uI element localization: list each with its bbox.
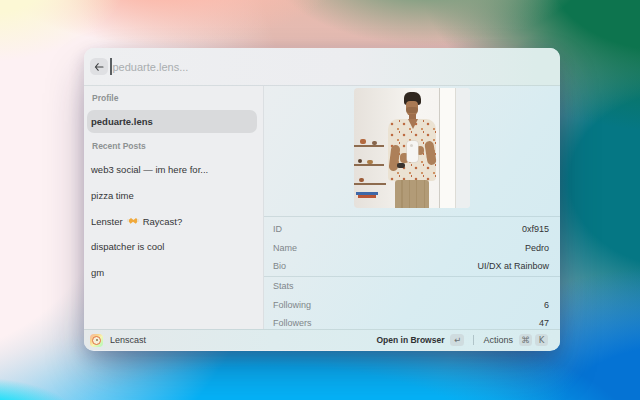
field-value: Pedro <box>525 243 549 253</box>
stats-header: Stats <box>273 281 294 291</box>
app-name: Lenscast <box>110 335 146 345</box>
photo-door-right <box>455 88 470 208</box>
photo-shelf-pot-5 <box>359 178 364 182</box>
back-button[interactable] <box>90 58 108 75</box>
back-arrow-icon <box>94 63 104 71</box>
profile-photo <box>354 88 470 208</box>
command-key-icon: ⌘ <box>519 334 532 346</box>
footer-actions: Open in Browser ↵ Actions ⌘ K <box>376 334 548 347</box>
sidebar-item-label: Lenster <box>91 216 123 227</box>
photo-face-shade <box>406 107 418 113</box>
field-row-bio: Bio UI/DX at Rainbow <box>264 257 560 275</box>
photo-book-red <box>358 195 376 198</box>
stats-row-followers: Followers 47 <box>264 314 560 329</box>
search-input[interactable]: peduarte.lens... <box>110 48 550 85</box>
field-row-name: Name Pedro <box>264 238 560 256</box>
metadata-section: ID 0xf915 Name Pedro Bio UI/DX at Rainbo… <box>264 216 560 329</box>
sidebar-item-web3-social[interactable]: web3 social — im here for... <box>87 157 257 183</box>
app-identity: Lenscast <box>90 334 146 347</box>
field-value: UI/DX at Rainbow <box>477 261 549 271</box>
photo-shelf-1 <box>354 145 384 147</box>
field-label: Following <box>273 300 311 310</box>
photo-shelf-pot-1 <box>360 139 366 144</box>
open-in-browser-button[interactable]: Open in Browser ↵ <box>376 334 464 347</box>
detail-panel: ID 0xf915 Name Pedro Bio UI/DX at Rainbo… <box>264 86 560 329</box>
photo-shelf-pot-2 <box>372 141 377 145</box>
lenscast-logo-dot <box>96 339 98 341</box>
photo-shelf-pot-4 <box>367 160 373 164</box>
text-cursor <box>110 58 112 75</box>
section-header-recent-posts: Recent Posts <box>87 139 257 153</box>
launcher-window: peduarte.lens... Profile peduarte.lens R… <box>84 48 560 351</box>
return-key-icon: ↵ <box>450 334 464 347</box>
field-label: Name <box>273 243 297 253</box>
photo-watch <box>397 163 405 168</box>
sidebar-item-dispatcher-is-cool[interactable]: dispatcher is cool <box>87 234 257 260</box>
field-label: Bio <box>273 261 286 271</box>
sidebar-item-lenster-raycast[interactable]: Lenster Raycast? <box>87 208 257 234</box>
sidebar-item-label: pizza time <box>91 190 134 201</box>
field-label: Followers <box>273 318 312 328</box>
desktop: { "search": { "query": "peduarte.lens...… <box>0 0 640 400</box>
results-sidebar: Profile peduarte.lens Recent Posts web3 … <box>84 86 264 329</box>
footer-separator <box>473 335 474 345</box>
sidebar-item-gm[interactable]: gm <box>87 260 257 286</box>
sidebar-item-label: Raycast? <box>143 216 183 227</box>
photo-shelf-3 <box>354 183 386 185</box>
sidebar-item-peduarte-lens[interactable]: peduarte.lens <box>87 110 257 133</box>
actions-label: Actions <box>483 335 513 345</box>
search-header: peduarte.lens... <box>84 48 560 86</box>
field-label: ID <box>273 224 282 234</box>
photo-shelf-pot-3 <box>358 159 362 163</box>
field-row-id: ID 0xf915 <box>264 220 560 238</box>
action-bar: Lenscast Open in Browser ↵ Actions ⌘ K <box>84 329 560 350</box>
actions-button[interactable]: Actions ⌘ K <box>483 334 548 346</box>
handshake-icon <box>127 216 139 226</box>
stats-header-row: Stats <box>264 277 560 295</box>
stats-row-following: Following 6 <box>264 296 560 314</box>
field-value: 6 <box>544 300 549 310</box>
lenscast-logo-icon <box>90 334 103 347</box>
field-value: 0xf915 <box>522 224 549 234</box>
photo-pants <box>395 180 429 208</box>
section-header-profile: Profile <box>87 91 257 104</box>
sidebar-item-label: gm <box>91 267 104 278</box>
open-in-browser-label: Open in Browser <box>376 335 444 345</box>
sidebar-item-label: dispatcher is cool <box>91 241 164 252</box>
photo-shelf-2 <box>354 164 384 166</box>
k-key-icon: K <box>535 334 548 346</box>
content-area: Profile peduarte.lens Recent Posts web3 … <box>84 86 560 329</box>
search-query: peduarte.lens... <box>113 61 189 73</box>
sidebar-item-label: peduarte.lens <box>91 116 153 127</box>
sidebar-item-label: web3 social — im here for... <box>91 164 208 175</box>
sidebar-item-pizza-time[interactable]: pizza time <box>87 183 257 209</box>
photo-phone-camera <box>410 144 413 147</box>
field-value: 47 <box>539 318 549 328</box>
photo-door <box>439 88 455 208</box>
